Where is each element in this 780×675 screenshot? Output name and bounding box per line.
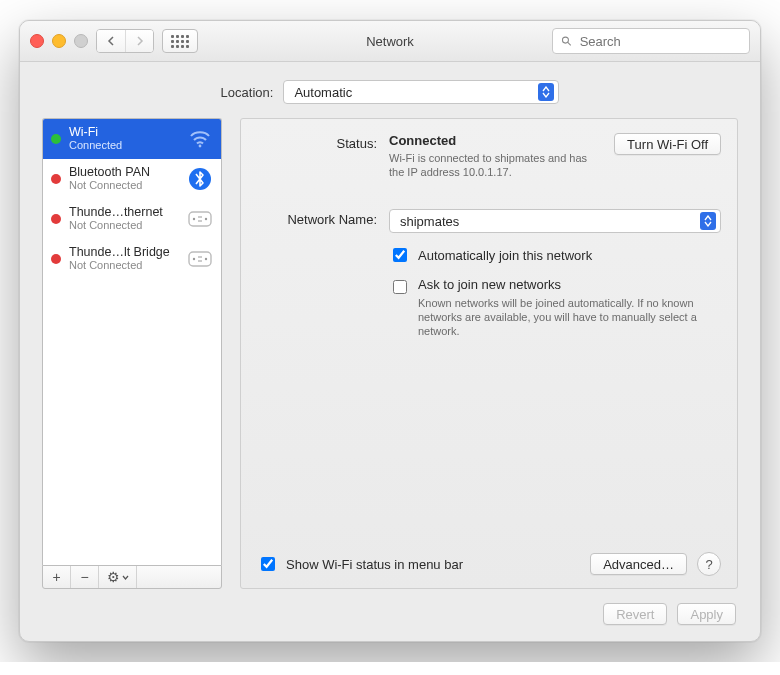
network-name-popup[interactable]: shipmates [389, 209, 721, 233]
close-window-button[interactable] [30, 34, 44, 48]
service-name: Wi-Fi [69, 125, 179, 139]
service-status: Connected [69, 139, 179, 152]
status-value: Connected [389, 133, 600, 148]
window-controls [30, 34, 88, 48]
status-label: Status: [257, 133, 377, 179]
detail-pane: Status: Connected Wi-Fi is connected to … [240, 118, 738, 589]
svg-point-8 [193, 257, 195, 259]
show-menu-checkbox-row: Show Wi-Fi status in menu bar [257, 554, 463, 574]
content: Location: Automatic Wi-Fi Connected [20, 62, 760, 641]
status-dot-icon [51, 174, 61, 184]
svg-rect-4 [189, 212, 211, 226]
revert-button[interactable]: Revert [603, 603, 667, 625]
thunderbolt-icon [187, 246, 213, 272]
forward-button[interactable] [125, 30, 153, 52]
back-button[interactable] [97, 30, 125, 52]
service-status: Not Connected [69, 179, 179, 192]
detail-footer: Show Wi-Fi status in menu bar Advanced… … [257, 552, 721, 576]
grid-icon [171, 35, 189, 48]
gear-icon: ⚙︎ [107, 569, 129, 585]
search-input[interactable] [578, 33, 741, 50]
svg-point-2 [199, 144, 202, 147]
show-menu-label: Show Wi-Fi status in menu bar [286, 557, 463, 572]
svg-line-1 [568, 42, 571, 45]
apply-button[interactable]: Apply [677, 603, 736, 625]
show-all-button[interactable] [162, 29, 198, 53]
service-list-toolbar: + − ⚙︎ [42, 565, 222, 589]
advanced-button[interactable]: Advanced… [590, 553, 687, 575]
ask-join-checkbox[interactable] [393, 280, 407, 294]
window-footer: Revert Apply [42, 603, 738, 625]
wifi-toggle-button[interactable]: Turn Wi-Fi Off [614, 133, 721, 155]
service-list[interactable]: Wi-Fi Connected Bluetooth PAN Not Connec… [42, 118, 222, 565]
status-dot-icon [51, 214, 61, 224]
network-name-value: shipmates [400, 214, 459, 229]
service-wifi[interactable]: Wi-Fi Connected [43, 119, 221, 159]
service-name: Thunde…lt Bridge [69, 245, 179, 259]
service-name: Bluetooth PAN [69, 165, 179, 179]
network-name-label: Network Name: [257, 209, 377, 338]
wifi-icon [187, 126, 213, 152]
auto-join-checkbox-row: Automatically join this network [389, 245, 721, 265]
auto-join-checkbox[interactable] [393, 248, 407, 262]
location-row: Location: Automatic [42, 80, 738, 104]
network-prefs-window: Network Location: Automatic [19, 20, 761, 642]
svg-point-0 [562, 37, 568, 43]
help-button[interactable]: ? [697, 552, 721, 576]
service-name: Thunde…thernet [69, 205, 179, 219]
ask-join-label: Ask to join new networks [418, 277, 698, 292]
bluetooth-icon [187, 166, 213, 192]
popup-arrows-icon [538, 83, 554, 101]
status-description: Wi-Fi is connected to shipmates and has … [389, 151, 600, 179]
svg-point-6 [205, 217, 207, 219]
location-label: Location: [221, 85, 274, 100]
minimize-window-button[interactable] [52, 34, 66, 48]
service-status: Not Connected [69, 259, 179, 272]
svg-point-5 [193, 217, 195, 219]
service-thunderbolt-ethernet[interactable]: Thunde…thernet Not Connected [43, 199, 221, 239]
popup-arrows-icon [700, 212, 716, 230]
ask-join-checkbox-row: Ask to join new networks Known networks … [389, 277, 721, 338]
remove-service-button[interactable]: − [71, 566, 99, 588]
ask-join-description: Known networks will be joined automatica… [418, 296, 698, 338]
location-popup[interactable]: Automatic [283, 80, 559, 104]
zoom-window-button[interactable] [74, 34, 88, 48]
svg-rect-7 [189, 252, 211, 266]
svg-point-9 [205, 257, 207, 259]
show-menu-checkbox[interactable] [261, 557, 275, 571]
service-bluetooth-pan[interactable]: Bluetooth PAN Not Connected [43, 159, 221, 199]
auto-join-label: Automatically join this network [418, 248, 592, 263]
sidebar-column: Wi-Fi Connected Bluetooth PAN Not Connec… [42, 118, 222, 589]
add-service-button[interactable]: + [43, 566, 71, 588]
service-thunderbolt-bridge[interactable]: Thunde…lt Bridge Not Connected [43, 239, 221, 279]
location-value: Automatic [294, 85, 352, 100]
titlebar: Network [20, 21, 760, 62]
search-field[interactable] [552, 28, 750, 54]
search-icon [561, 35, 572, 47]
thunderbolt-icon [187, 206, 213, 232]
service-status: Not Connected [69, 219, 179, 232]
status-dot-icon [51, 254, 61, 264]
service-actions-button[interactable]: ⚙︎ [99, 566, 137, 588]
main-area: Wi-Fi Connected Bluetooth PAN Not Connec… [42, 118, 738, 589]
status-dot-icon [51, 134, 61, 144]
nav-back-forward [96, 29, 154, 53]
